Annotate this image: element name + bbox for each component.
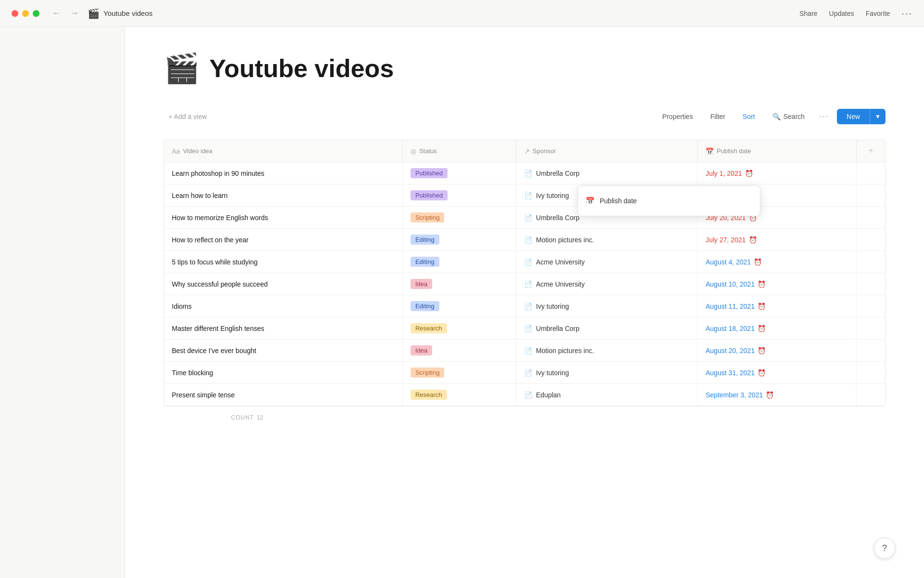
close-button[interactable] [12, 10, 18, 17]
maximize-button[interactable] [33, 10, 39, 17]
titlebar-actions: Share Updates Favorite ··· [799, 8, 912, 19]
properties-button[interactable]: Properties [655, 109, 700, 124]
cell-title: Why successful people succeed [164, 273, 402, 295]
cell-sponsor: 📄Ivy tutoring [516, 362, 697, 384]
share-button[interactable]: Share [799, 10, 817, 17]
text-icon: Aa [172, 147, 180, 155]
cell-status: Idea [402, 340, 516, 362]
sort-button[interactable]: Sort [736, 109, 762, 124]
status-badge: Editing [411, 301, 439, 311]
sponsor-name: Ivy tutoring [536, 192, 569, 199]
date-value: July 1, 2021⏰ [706, 170, 848, 177]
column-header-sponsor[interactable]: ↗ Sponsor [516, 140, 697, 162]
clock-icon: ⏰ [766, 391, 774, 399]
table-row[interactable]: Learn how to learnPublished📄Ivy tutoring… [164, 184, 885, 207]
updates-button[interactable]: Updates [829, 10, 854, 17]
table-row[interactable]: Why successful people succeedIdea📄Acme U… [164, 273, 885, 295]
video-title: How to memorize English words [172, 214, 268, 222]
column-label-sponsor: Sponsor [533, 147, 556, 155]
page-title: Youtube videos [209, 54, 394, 83]
document-icon: 📄 [524, 258, 532, 266]
clock-icon: ⏰ [749, 236, 757, 244]
table-row[interactable]: Time blockingScripting📄Ivy tutoringAugus… [164, 362, 885, 384]
forward-button[interactable]: → [67, 6, 82, 20]
search-button[interactable]: 🔍 Search [766, 109, 811, 124]
video-title: Why successful people succeed [172, 280, 268, 288]
table-row[interactable]: How to reflect on the yearEditing📄Motion… [164, 229, 885, 251]
video-title: Master different English tenses [172, 325, 264, 332]
video-title: Best device I've ever bought [172, 347, 256, 355]
cell-title: How to memorize English words [164, 207, 402, 229]
sponsor-icon: ↗ [524, 147, 530, 155]
sponsor-name: Ivy tutoring [536, 302, 569, 310]
cell-status: Research [402, 384, 516, 406]
search-icon: 🔍 [772, 113, 781, 120]
table-body: Learn photoshop in 90 minutesPublished📄U… [164, 162, 885, 406]
more-options-icon[interactable]: ··· [815, 108, 833, 124]
new-dropdown-button[interactable]: ▼ [870, 109, 886, 124]
table-row[interactable]: IdiomsEditing📄Ivy tutoringAugust 11, 202… [164, 295, 885, 317]
minimize-button[interactable] [22, 10, 29, 17]
table-row[interactable]: Master different English tensesResearch📄… [164, 317, 885, 340]
sort-dropdown-item[interactable]: 📅 Publish date [578, 192, 760, 210]
date-text: August 18, 2021 [706, 325, 755, 332]
table-row[interactable]: Present simple tenseResearch📄EduplanSept… [164, 384, 885, 406]
new-button[interactable]: New [837, 109, 870, 124]
clock-icon: ⏰ [757, 302, 766, 310]
video-title: 5 tips to focus while studying [172, 258, 257, 266]
cell-add [857, 295, 885, 317]
date-value: July 27, 2021⏰ [706, 236, 848, 244]
table-row[interactable]: Learn photoshop in 90 minutesPublished📄U… [164, 162, 885, 184]
cell-status: Scripting [402, 362, 516, 384]
filter-button[interactable]: Filter [704, 109, 732, 124]
video-title: Learn how to learn [172, 192, 228, 199]
cell-date: July 27, 2021⏰ [698, 229, 857, 251]
column-header-video[interactable]: Aa Video idea [164, 140, 402, 162]
date-text: July 27, 2021 [706, 236, 745, 244]
sort-dropdown: 📅 Publish date [578, 185, 760, 216]
document-icon: 📄 [524, 170, 532, 177]
cell-sponsor: 📄Motion pictures inc. [516, 340, 697, 362]
add-view-button[interactable]: + Add a view [164, 110, 212, 123]
column-header-add[interactable]: + [857, 140, 885, 162]
titlebar-title: Youtube videos [103, 9, 153, 17]
status-badge: Scripting [411, 212, 445, 223]
cell-add [857, 162, 885, 184]
table-row[interactable]: Best device I've ever boughtIdea📄Motion … [164, 340, 885, 362]
help-button[interactable]: ? [874, 538, 895, 559]
cell-date: August 11, 2021⏰ [698, 295, 857, 317]
video-title: How to reflect on the year [172, 236, 249, 244]
cell-add [857, 207, 885, 229]
main-content: 🎬 Youtube videos + Add a view Properties… [125, 27, 924, 578]
cell-sponsor: 📄Eduplan [516, 384, 697, 406]
column-header-status[interactable]: ◎ Status [402, 140, 516, 162]
status-badge: Published [411, 190, 448, 200]
cell-status: Published [402, 184, 516, 207]
cell-sponsor: 📄Ivy tutoring [516, 295, 697, 317]
cell-add [857, 362, 885, 384]
table-row[interactable]: 5 tips to focus while studyingEditing📄Ac… [164, 251, 885, 273]
cell-date: July 1, 2021⏰ [698, 162, 857, 184]
table-row[interactable]: How to memorize English wordsScripting📄U… [164, 207, 885, 229]
cell-status: Research [402, 317, 516, 340]
video-title: Present simple tense [172, 391, 235, 399]
favorite-button[interactable]: Favorite [866, 10, 890, 17]
cell-title: How to reflect on the year [164, 229, 402, 251]
column-header-date[interactable]: 📅 Publish date [698, 140, 857, 162]
add-column-icon[interactable]: + [864, 146, 877, 156]
more-button[interactable]: ··· [901, 8, 912, 19]
date-text: September 3, 2021 [706, 391, 763, 399]
clock-icon: ⏰ [754, 258, 762, 266]
status-badge: Editing [411, 235, 439, 245]
document-icon: 📄 [524, 280, 532, 288]
sponsor-name: Umbrella Corp [536, 214, 579, 222]
sponsor-name: Ivy tutoring [536, 369, 569, 377]
date-value: September 3, 2021⏰ [706, 391, 848, 399]
layout: 🎬 Youtube videos + Add a view Properties… [0, 27, 924, 578]
back-button[interactable]: ← [49, 6, 64, 20]
cell-sponsor: 📄Umbrella Corp [516, 162, 697, 184]
cell-date: August 4, 2021⏰ [698, 251, 857, 273]
video-title: Time blocking [172, 369, 213, 377]
date-icon: 📅 [706, 147, 714, 155]
status-badge: Idea [411, 279, 432, 289]
